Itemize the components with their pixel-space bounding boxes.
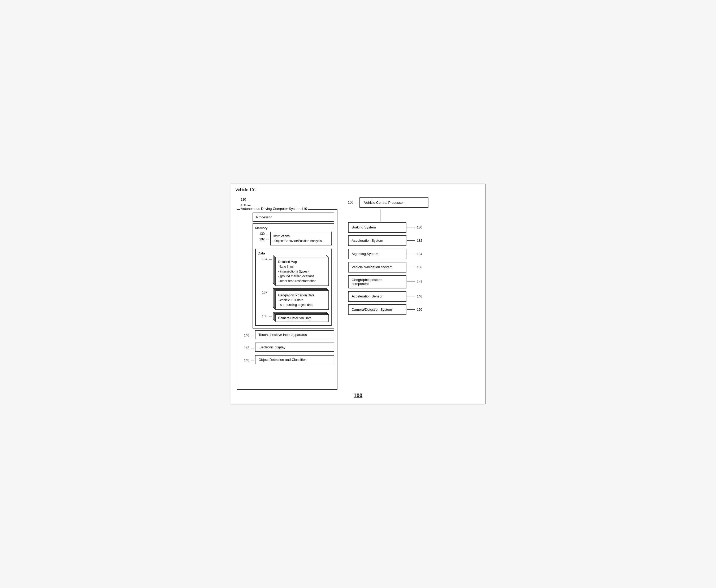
camera-data-label: Camera/Detection Data bbox=[278, 316, 312, 320]
detailed-map-line1: - lane lines bbox=[278, 264, 326, 269]
vcp-ref: 160 bbox=[348, 201, 353, 204]
system-ref-6: 150 bbox=[417, 308, 422, 312]
ref-row-148: 148 — bbox=[240, 358, 255, 363]
system-ref-2: 184 bbox=[417, 252, 422, 256]
dash-6 bbox=[407, 309, 415, 310]
ref-138: 138 bbox=[258, 314, 269, 319]
signaling-system-box: Signaling System bbox=[348, 249, 406, 259]
system-ref-3: 186 bbox=[417, 265, 422, 269]
left-column: 110 — 120 — Autonomous Driving Computer … bbox=[237, 197, 337, 390]
ref-134: 134 bbox=[258, 257, 269, 261]
detailed-map-line4: - other features/information bbox=[278, 279, 326, 284]
dash-1 bbox=[407, 240, 415, 241]
right-column: 160 — Vehicle Central Processor Braking … bbox=[348, 197, 480, 318]
display-label: Electronic display bbox=[259, 345, 286, 349]
ref-row-134: 134 — bbox=[258, 257, 273, 261]
processor-label: Processor bbox=[256, 215, 272, 219]
figure-number: 100 bbox=[237, 393, 480, 399]
system-ref-4: 144 bbox=[417, 280, 422, 284]
detailed-map-title: Detailed Map bbox=[278, 259, 326, 264]
dash-4 bbox=[407, 281, 415, 282]
braking-system-box: Braking System bbox=[348, 222, 406, 233]
page-container: Vehicle 101 110 — 120 — Autonomous Dr bbox=[231, 184, 485, 405]
signaling-system-label: Signaling System bbox=[352, 252, 378, 256]
ref-148: 148 bbox=[240, 358, 251, 363]
instructions-box: Instructions -Object Behavior/Position A… bbox=[270, 232, 332, 246]
camera-detection-system-label: Camera/Detection System bbox=[352, 308, 392, 312]
navigation-system-box: Vehicle Navigation System bbox=[348, 262, 406, 273]
braking-system-label: Braking System bbox=[352, 225, 376, 229]
data-box: Data 134 — Detailed Map bbox=[255, 249, 332, 326]
dash-3 bbox=[407, 267, 415, 267]
main-layout: 110 — 120 — Autonomous Driving Computer … bbox=[237, 197, 480, 390]
detailed-map-line3: - ground marker locations bbox=[278, 274, 326, 279]
system-ref-1: 182 bbox=[417, 239, 422, 243]
ref-137: 137 bbox=[258, 290, 269, 295]
touch-label: Touch sensitive input apparatus bbox=[259, 333, 307, 337]
ref-row-140: 140 — bbox=[240, 333, 255, 338]
adcs-box: Autonomous Driving Computer System 110 P… bbox=[237, 209, 337, 390]
instructions-line1: Instructions bbox=[274, 234, 329, 238]
dash-5 bbox=[407, 296, 415, 296]
geo-line2: - surrounding object data bbox=[278, 302, 326, 307]
ref-row-132: 132 — bbox=[255, 237, 270, 242]
navigation-system-label: Vehicle Navigation System bbox=[352, 265, 393, 269]
camera-detection-system-box: Camera/Detection System bbox=[348, 304, 406, 315]
ref-140: 140 bbox=[240, 333, 251, 338]
geo-title: Geographic Position Data bbox=[278, 293, 326, 298]
vcp-connector-line bbox=[380, 209, 380, 222]
acceleration-system-label: Acceleration System bbox=[352, 238, 383, 243]
ref-142: 142 bbox=[240, 346, 251, 350]
memory-title: Memory bbox=[255, 226, 332, 230]
ref-row-130: 130 — bbox=[255, 232, 270, 236]
geo-position-box: Geographic Position Data - vehicle 101 d… bbox=[275, 290, 329, 310]
object-detection-box: Object Detection and Classifier bbox=[255, 355, 334, 364]
system-row-6: Camera/Detection System 150 bbox=[348, 304, 480, 315]
touch-box: Touch sensitive input apparatus bbox=[255, 330, 334, 339]
camera-data-box: Camera/Detection Data bbox=[275, 314, 329, 322]
system-ref-0: 180 bbox=[417, 226, 422, 229]
ref-row-138: 138 — bbox=[258, 314, 273, 319]
vcp-label: Vehicle Central Processor bbox=[364, 201, 404, 205]
geo-line1: - vehicle 101 data bbox=[278, 298, 326, 302]
ref-110: 110 bbox=[237, 197, 248, 202]
memory-box: Memory 130 — 132 — bbox=[253, 224, 334, 329]
object-label: Object Detection and Classifier bbox=[259, 358, 306, 362]
adcs-title: Autonomous Driving Computer System 110 bbox=[240, 207, 308, 211]
vehicle-label: Vehicle 101 bbox=[236, 187, 256, 192]
processor-box: Processor bbox=[253, 212, 334, 222]
acceleration-system-box: Acceleration System bbox=[348, 235, 406, 246]
ref-row-137: 137 — bbox=[258, 290, 273, 295]
ref-row-142: 142 — bbox=[240, 346, 255, 350]
acceleration-sensor-label: Acceleration Sensor bbox=[352, 294, 382, 298]
display-box: Electronic display bbox=[255, 342, 334, 352]
vcp-box: Vehicle Central Processor bbox=[359, 197, 428, 208]
system-row-5: Acceleration Sensor 146 bbox=[348, 291, 480, 302]
acceleration-sensor-box: Acceleration Sensor bbox=[348, 291, 406, 302]
instructions-line2: -Object Behavior/Position Analysis bbox=[274, 238, 329, 243]
system-row-1: Acceleration System 182 bbox=[348, 235, 480, 246]
detailed-map-line2: - intersections (types) bbox=[278, 269, 326, 274]
system-row-3: Vehicle Navigation System 186 bbox=[348, 262, 480, 273]
system-row-4: Geographic positioncomponent 144 bbox=[348, 275, 480, 289]
system-row-2: Signaling System 184 bbox=[348, 249, 480, 259]
ref-130: 130 bbox=[255, 232, 266, 236]
ref-row-110: 110 — bbox=[237, 197, 252, 202]
geo-position-component-box: Geographic positioncomponent bbox=[348, 275, 406, 289]
system-row-0: Braking System 180 bbox=[348, 222, 480, 233]
system-ref-5: 146 bbox=[417, 295, 422, 298]
detailed-map-box: Detailed Map - lane lines - intersection… bbox=[275, 257, 329, 286]
dash-2 bbox=[407, 254, 415, 254]
geo-position-component-label: Geographic positioncomponent bbox=[352, 278, 382, 286]
systems-list: Braking System 180 Acceleration System 1… bbox=[348, 222, 480, 315]
ref-132: 132 bbox=[255, 237, 266, 242]
